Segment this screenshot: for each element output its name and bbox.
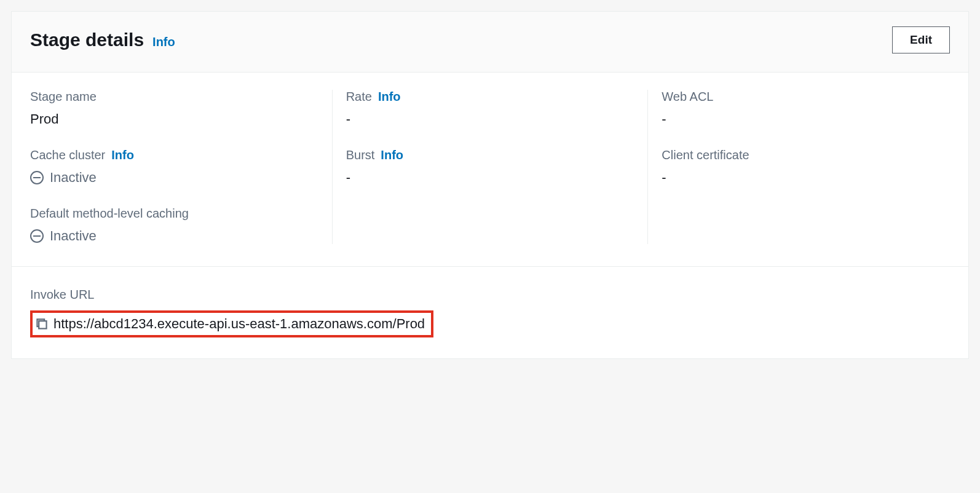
- burst-value: -: [346, 170, 634, 186]
- field-cache-cluster: Cache cluster Info Inactive: [30, 148, 318, 186]
- client-cert-label: Client certificate: [662, 148, 749, 162]
- method-caching-label: Default method-level caching: [30, 207, 189, 221]
- minus-circle-icon: [30, 229, 44, 243]
- info-link-header[interactable]: Info: [152, 35, 175, 49]
- column-2: Rate Info - Burst Info -: [332, 90, 648, 244]
- copy-icon[interactable]: [35, 317, 49, 331]
- field-client-cert: Client certificate -: [662, 148, 950, 186]
- field-method-caching: Default method-level caching Inactive: [30, 207, 318, 244]
- panel-header: Stage details Info Edit: [12, 12, 968, 73]
- method-caching-status: Inactive: [50, 228, 97, 244]
- info-link-rate[interactable]: Info: [378, 90, 401, 104]
- invoke-url-label: Invoke URL: [30, 288, 950, 302]
- edit-button[interactable]: Edit: [892, 26, 950, 53]
- field-web-acl: Web ACL -: [662, 90, 950, 127]
- field-rate: Rate Info -: [346, 90, 634, 127]
- column-3: Web ACL - Client certificate -: [647, 90, 950, 244]
- info-link-cache-cluster[interactable]: Info: [111, 148, 134, 162]
- client-cert-value: -: [662, 170, 950, 186]
- burst-label: Burst: [346, 148, 375, 162]
- column-1: Stage name Prod Cache cluster Info Inact…: [30, 90, 332, 244]
- info-link-burst[interactable]: Info: [381, 148, 403, 162]
- field-stage-name: Stage name Prod: [30, 90, 318, 127]
- invoke-url-row: https://abcd1234.execute-api.us-east-1.a…: [30, 310, 433, 337]
- cache-cluster-label: Cache cluster: [30, 148, 105, 162]
- minus-circle-icon: [30, 171, 44, 184]
- rate-label: Rate: [346, 90, 372, 104]
- field-burst: Burst Info -: [346, 148, 634, 186]
- stage-details-panel: Stage details Info Edit Stage name Prod …: [11, 11, 969, 359]
- panel-title: Stage details: [30, 30, 144, 50]
- svg-rect-0: [39, 321, 46, 328]
- rate-value: -: [346, 111, 634, 127]
- cache-cluster-status: Inactive: [50, 170, 97, 186]
- stage-name-value: Prod: [30, 111, 318, 127]
- invoke-url-value[interactable]: https://abcd1234.execute-api.us-east-1.a…: [53, 316, 425, 332]
- stage-name-label: Stage name: [30, 90, 97, 104]
- web-acl-value: -: [662, 111, 950, 127]
- panel-body: Stage name Prod Cache cluster Info Inact…: [12, 73, 968, 266]
- invoke-url-section: Invoke URL https://abcd1234.execute-api.…: [12, 266, 968, 358]
- web-acl-label: Web ACL: [662, 90, 713, 104]
